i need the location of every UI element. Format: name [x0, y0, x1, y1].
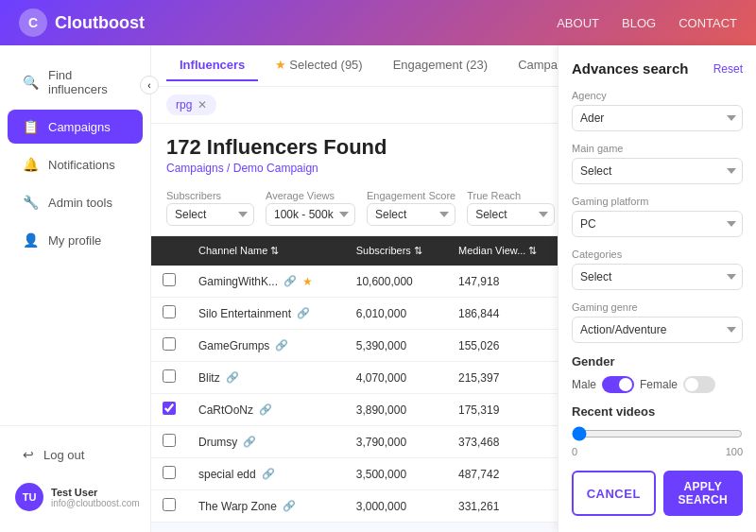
user-name: Test User — [51, 487, 140, 498]
sidebar-item-logout[interactable]: ↩ Log out — [8, 438, 143, 472]
filter-true-reach: True Reach Select< 10K10K - 100K100K+ — [467, 190, 555, 226]
link-icon[interactable]: 🔗 — [275, 339, 288, 352]
avatar: TU — [15, 483, 43, 511]
row-channel-name: GameGrumps 🔗 — [187, 330, 345, 362]
apply-search-button[interactable]: APPLY SEARCH — [663, 471, 744, 516]
adv-gaming-platform-select[interactable]: PC — [572, 211, 743, 237]
row-checkbox[interactable] — [163, 466, 176, 479]
link-icon[interactable]: 🔗 — [297, 307, 310, 319]
link-icon[interactable]: 🔗 — [283, 500, 296, 512]
col-median-views[interactable]: Median View... ⇅ — [447, 236, 563, 266]
advanced-search-panel: Advances search Reset Agency Ader Main g… — [558, 45, 756, 532]
filter-true-reach-label: True Reach — [467, 190, 555, 201]
adv-female-toggle[interactable] — [683, 376, 715, 393]
filter-tag-rpg: rpg ✕ — [166, 94, 216, 115]
filter-subscribers-label: Subscribers — [166, 190, 254, 201]
row-median-views: 487,742 — [447, 458, 563, 490]
admin-tools-icon: 🔧 — [23, 195, 39, 210]
tab-engagement[interactable]: Engagement (23) — [380, 50, 501, 81]
sidebar-item-find-influencers[interactable]: 🔍 Find influencers — [8, 59, 143, 106]
filter-true-reach-select[interactable]: Select< 10K10K - 100K100K+ — [467, 203, 555, 226]
tab-selected[interactable]: ★Selected (95) — [262, 50, 375, 81]
sidebar: 🔍 Find influencers 📋 Campaigns 🔔 Notific… — [0, 45, 151, 532]
adv-search-buttons: CANCEL APPLY SEARCH — [572, 471, 743, 516]
sidebar-item-admin-tools[interactable]: 🔧 Admin tools — [8, 185, 143, 219]
adv-main-game-label: Main game — [572, 143, 743, 154]
filter-avg-views-label: Average Views — [266, 190, 355, 201]
filter-subscribers-select[interactable]: Select< 10K10K - 100K100K - 1M1M+ — [166, 203, 254, 226]
adv-gaming-genre-select[interactable]: Action/Adventure — [572, 317, 743, 343]
row-checkbox-cell — [151, 394, 187, 426]
adv-gaming-genre-label: Gaming genre — [572, 301, 743, 313]
adv-search-title: Advances search — [572, 60, 688, 77]
row-median-views: 373,468 — [447, 426, 563, 458]
breadcrumb-sep: / — [227, 162, 230, 175]
row-channel-name: Blitz 🔗 — [187, 362, 345, 394]
sidebar-item-my-profile[interactable]: 👤 My profile — [8, 223, 143, 257]
total-subscribers: 138,162,750 — [345, 523, 447, 533]
range-min: 0 — [572, 446, 577, 457]
row-checkbox-cell — [151, 490, 187, 523]
star-icon[interactable]: ★ — [302, 275, 313, 288]
row-checkbox[interactable] — [163, 369, 176, 383]
row-checkbox-cell — [151, 330, 187, 362]
adv-gaming-genre-field: Gaming genre Action/Adventure — [572, 301, 743, 343]
row-checkbox[interactable] — [163, 402, 176, 415]
cancel-button[interactable]: CANCEL — [572, 471, 656, 516]
row-checkbox[interactable] — [163, 434, 176, 447]
row-subscribers: 10,600,000 — [345, 266, 447, 298]
adv-gaming-platform-field: Gaming platform PC — [572, 196, 743, 237]
row-checkbox[interactable] — [163, 305, 176, 318]
adv-recent-videos-field: Recent videos 0 100 — [572, 404, 743, 457]
sidebar-collapse-button[interactable]: ‹ — [140, 76, 159, 94]
link-icon[interactable]: 🔗 — [243, 436, 256, 448]
nav-about[interactable]: ABOUT — [557, 16, 599, 30]
link-icon[interactable]: 🔗 — [262, 468, 275, 480]
link-icon[interactable]: 🔗 — [284, 275, 297, 287]
user-email: info@cloutboost.com — [51, 498, 140, 508]
breadcrumb-main[interactable]: Campaigns — [166, 162, 224, 175]
star-icon: ★ — [275, 58, 286, 72]
sidebar-item-notifications[interactable]: 🔔 Notifications — [8, 147, 143, 181]
link-icon[interactable]: 🔗 — [226, 371, 239, 384]
filter-avg-views: Average Views Select100k - 500k500K+ — [266, 190, 355, 226]
row-checkbox-cell — [151, 362, 187, 394]
filter-tag-remove[interactable]: ✕ — [198, 98, 207, 112]
campaigns-icon: 📋 — [23, 119, 39, 134]
row-median-views: 147,918 — [447, 266, 563, 298]
nav-blog[interactable]: BLOG — [622, 16, 656, 30]
col-checkbox — [151, 236, 187, 266]
tab-influencers[interactable]: Influencers — [166, 50, 258, 81]
adv-main-game-select[interactable]: Select — [572, 158, 743, 184]
adv-male-toggle[interactable] — [602, 376, 634, 393]
adv-agency-label: Agency — [572, 90, 743, 101]
sidebar-user: TU Test User info@cloutboost.com — [0, 473, 150, 521]
link-icon[interactable]: 🔗 — [259, 403, 272, 416]
sidebar-label-notifications: Notifications — [48, 158, 115, 172]
col-channel-name[interactable]: Channel Name ⇅ — [187, 236, 345, 266]
row-channel-name: The Warp Zone 🔗 — [187, 490, 345, 523]
adv-reset-button[interactable]: Reset — [713, 62, 743, 76]
row-checkbox[interactable] — [163, 498, 176, 511]
row-channel-name: special edd 🔗 — [187, 458, 345, 490]
filter-subscribers: Subscribers Select< 10K10K - 100K100K - … — [166, 190, 254, 226]
adv-female-label: Female — [640, 378, 678, 391]
adv-recent-videos-slider[interactable] — [572, 426, 743, 441]
adv-agency-select[interactable]: Ader — [572, 105, 743, 131]
row-checkbox[interactable] — [163, 337, 176, 351]
top-nav-links: ABOUT BLOG CONTACT — [557, 16, 737, 30]
row-checkbox[interactable] — [163, 273, 176, 286]
my-profile-icon: 👤 — [23, 232, 39, 248]
adv-categories-select[interactable]: Select — [572, 264, 743, 290]
row-median-views: 215,397 — [447, 362, 563, 394]
find-influencers-icon: 🔍 — [23, 75, 39, 90]
filter-avg-views-select[interactable]: Select100k - 500k500K+ — [266, 203, 355, 226]
nav-contact[interactable]: CONTACT — [679, 16, 737, 30]
row-median-views: 331,261 — [447, 490, 563, 523]
total-label: Total — [187, 523, 345, 533]
logo-icon: C — [19, 9, 47, 37]
col-subscribers[interactable]: Subscribers ⇅ — [345, 236, 447, 266]
sidebar-item-campaigns[interactable]: 📋 Campaigns — [8, 110, 143, 144]
filter-engagement-select[interactable]: Select< 1%1% - 5%5%+ — [367, 203, 455, 226]
adv-gender-field: Gender Male Female — [572, 354, 743, 393]
